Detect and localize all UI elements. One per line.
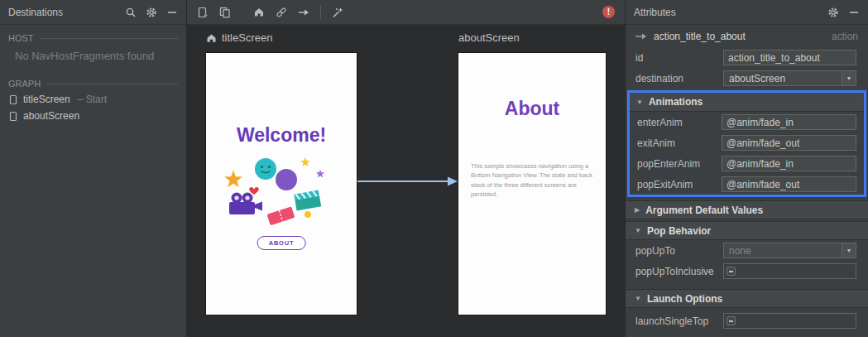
canvas-toolbar: ! [187, 0, 625, 25]
search-icon[interactable] [125, 7, 137, 18]
chevron-down-icon: ▼ [842, 243, 856, 258]
about-body-text: This sample showcases navigation using a… [471, 161, 594, 199]
selected-action-name: action_title_to_about [654, 31, 825, 42]
nested-graph-button[interactable] [219, 7, 231, 18]
welcome-heading: Welcome! [206, 124, 357, 147]
collapse-triangle-icon: ▼ [635, 227, 641, 234]
expand-triangle-icon: ▶ [635, 206, 640, 214]
host-section-label: HOST [0, 31, 186, 46]
destination-label: aboutScreen [23, 110, 79, 122]
about-heading: About [458, 98, 606, 120]
exitanim-label: exitAnim [637, 137, 722, 149]
aboutscreen-canvas-label[interactable]: aboutScreen [458, 31, 520, 44]
launch-options-section-title: Launch Options [647, 293, 722, 305]
section-rule [46, 84, 178, 84]
titlescreen-preview[interactable]: Welcome! [206, 53, 357, 315]
graph-item-aboutscreen[interactable]: aboutScreen [0, 108, 186, 124]
attr-row-launchsingletop: launchSingleTop [626, 311, 868, 331]
start-destination-home-icon [206, 33, 217, 43]
action-arrow[interactable] [357, 174, 458, 189]
attr-row-popexitanim: popExitAnim [630, 174, 864, 195]
popuptoinclusive-label: popUpToInclusive [635, 266, 723, 277]
popuptoinclusive-checkbox[interactable] [723, 263, 856, 279]
action-arrow-icon [635, 32, 647, 41]
launch-options-section-header[interactable]: ▼ Launch Options [626, 289, 868, 308]
toolbar-separator [320, 6, 321, 19]
host-empty-message: No NavHostFragments found [0, 46, 186, 66]
animations-section-title: Animations [649, 96, 703, 108]
destination-dropdown[interactable]: aboutScreen ▼ [723, 70, 856, 86]
navigation-canvas[interactable]: titleScreen Welcome! [187, 25, 625, 337]
collapse-triangle-icon: ▼ [635, 295, 641, 302]
argument-defaults-section-title: Argument Default Values [645, 205, 763, 216]
graph-section-label: GRAPH [0, 76, 186, 91]
magic-wand-icon[interactable] [332, 7, 343, 18]
popupto-value: none [729, 245, 751, 257]
destinations-header: Destinations [0, 0, 186, 25]
destination-label: titleScreen [23, 94, 70, 105]
id-label: id [635, 52, 723, 64]
about-preview-button: ABOUT [257, 236, 306, 250]
attr-row-id: id [626, 47, 868, 68]
attributes-header: Attributes [626, 0, 868, 25]
popupto-label: popUpTo [635, 245, 723, 257]
set-start-destination-button[interactable] [253, 7, 265, 17]
gear-icon[interactable] [146, 7, 157, 18]
destinations-panel: Destinations HOST No NavHostFragments fo… [0, 0, 187, 337]
destinations-title: Destinations [8, 7, 125, 18]
enteranim-input[interactable] [722, 114, 856, 130]
chevron-down-icon: ▼ [842, 71, 856, 85]
aboutscreen-preview[interactable]: About This sample showcases navigation u… [458, 53, 606, 315]
exitanim-input[interactable] [722, 135, 856, 151]
new-destination-button[interactable] [197, 7, 209, 18]
destination-screen-icon [8, 111, 18, 122]
minimize-icon[interactable] [166, 7, 178, 18]
add-action-button[interactable] [298, 7, 309, 18]
pop-behavior-section-header[interactable]: ▼ Pop Behavior [626, 221, 868, 240]
welcome-illustration [223, 154, 340, 230]
attributes-panel: Attributes action_title_to_about action … [625, 0, 868, 337]
navigation-editor: Destinations HOST No NavHostFragments fo… [0, 0, 868, 337]
attr-row-destination: destination aboutScreen ▼ [626, 68, 868, 89]
popenteranim-input[interactable] [722, 156, 856, 171]
destination-label: destination [635, 73, 723, 84]
enteranim-label: enterAnim [637, 117, 722, 128]
design-surface: ! titleScreen Welcome! [187, 0, 625, 337]
destination-suffix: – Start [78, 94, 107, 105]
popupto-dropdown[interactable]: none ▼ [723, 243, 856, 258]
error-badge[interactable]: ! [602, 6, 615, 18]
deep-link-button[interactable] [276, 7, 287, 18]
id-input[interactable] [723, 50, 856, 65]
launchsingletop-label: launchSingleTop [635, 315, 723, 327]
popexitanim-label: popExitAnim [637, 179, 722, 190]
section-rule [40, 38, 178, 39]
animations-section-header[interactable]: ▼ Animations [630, 93, 864, 112]
attr-row-exitanim: exitAnim [630, 132, 864, 153]
pop-behavior-section-title: Pop Behavior [647, 225, 711, 237]
destination-value: aboutScreen [729, 73, 785, 84]
launchsingletop-checkbox[interactable] [723, 313, 856, 329]
popenteranim-label: popEnterAnim [637, 158, 722, 170]
argument-defaults-section-header[interactable]: ▶ Argument Default Values [626, 200, 868, 219]
animations-selection-highlight: ▼ Animations enterAnim exitAnim popEnter… [627, 90, 866, 197]
selected-action-type: action [832, 31, 858, 42]
destination-screen-icon [8, 94, 18, 105]
attr-row-popupto: popUpTo none ▼ [626, 240, 868, 261]
selected-action-row: action_title_to_about action [626, 25, 868, 47]
collapse-triangle-icon: ▼ [636, 99, 643, 106]
indeterminate-checkbox-icon [727, 267, 736, 276]
attributes-title: Attributes [634, 7, 827, 18]
titlescreen-canvas-label[interactable]: titleScreen [206, 31, 272, 44]
gear-icon[interactable] [827, 7, 839, 18]
graph-item-titlescreen[interactable]: titleScreen – Start [0, 91, 186, 108]
attr-row-enteranim: enterAnim [630, 112, 864, 132]
attr-row-popenteranim: popEnterAnim [630, 153, 864, 174]
minimize-icon[interactable] [848, 7, 860, 18]
popexitanim-input[interactable] [722, 176, 856, 192]
attr-row-popuptoinclusive: popUpToInclusive [626, 261, 868, 282]
indeterminate-checkbox-icon [727, 316, 736, 325]
